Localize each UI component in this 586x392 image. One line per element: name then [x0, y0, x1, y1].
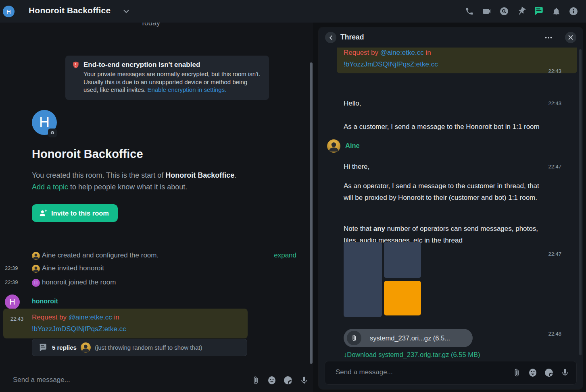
sender-name[interactable]: honoroit — [32, 298, 58, 305]
app-root: H Honoroit Backoffice — [0, 0, 586, 392]
encryption-notice-title: End-to-end encryption isn't enabled — [83, 61, 200, 69]
shield-warning-icon — [72, 61, 80, 69]
thread-panel: Thread Request by @aine:etke.cc in !bYoz… — [319, 27, 583, 389]
threads-icon[interactable] — [534, 6, 544, 17]
message-composer — [0, 369, 313, 392]
bold-any: any — [373, 225, 385, 232]
sticker-icon[interactable] — [544, 367, 554, 377]
chat-bubble-icon — [38, 342, 48, 353]
message-text: As a customer, I send a message to the H… — [344, 121, 545, 133]
person-add-icon — [39, 209, 47, 217]
download-link[interactable]: ↓Download systemd_237.orig.tar.gz (6.55 … — [344, 351, 480, 359]
main-scrollbar[interactable] — [310, 62, 313, 364]
thread-header: Thread — [319, 27, 583, 48]
thread-preview-text: (just throwing random stuff to show that… — [95, 344, 202, 351]
attachment-icon[interactable] — [511, 367, 521, 377]
page-title: Honoroit Backoffice — [32, 147, 143, 161]
paperclip-icon — [347, 331, 361, 345]
event-timestamp: 22:39 — [5, 279, 18, 285]
main-timeline: Today End-to-end encryption isn't enable… — [0, 23, 313, 392]
file-name: systemd_237.ori...gz (6.5... — [370, 334, 450, 342]
message-timestamp: 22:47 — [548, 251, 561, 257]
bell-icon[interactable] — [551, 6, 561, 17]
thread-timeline: Request by @aine:etke.cc in !bYozzJmDSQI… — [319, 48, 583, 361]
room-avatar-letter: H — [6, 8, 11, 15]
close-icon[interactable] — [565, 32, 576, 43]
back-button[interactable] — [325, 32, 336, 43]
sticker-icon[interactable] — [283, 375, 293, 385]
highlighted-message[interactable]: 22:43 Request by @aine:etke.cc in !bYozz… — [3, 309, 248, 338]
room-id-link[interactable]: !bYozzJmDSQINjfPqsZ:etke.cc — [344, 60, 438, 68]
event-timestamp: 22:39 — [5, 265, 18, 271]
message-timestamp: 22:47 — [548, 164, 561, 170]
room-title[interactable]: Honoroit Backoffice — [29, 6, 111, 15]
message-input[interactable] — [12, 375, 240, 384]
message-text: Hi there, — [344, 161, 545, 172]
attachment-icon[interactable] — [250, 375, 261, 385]
expand-link[interactable]: expand — [274, 251, 296, 259]
camera-icon[interactable] — [48, 129, 57, 137]
image-block-left — [344, 242, 382, 317]
sender-name[interactable]: Aine — [345, 142, 360, 149]
thread-summary-card[interactable]: 5 replies (just throwing random stuff to… — [32, 339, 247, 356]
avatar[interactable] — [327, 139, 340, 153]
encryption-notice: End-to-end encryption isn't enabled Your… — [65, 56, 269, 100]
event-text: Aine invited honoroit — [42, 264, 104, 272]
info-icon[interactable] — [568, 6, 579, 17]
more-options-icon[interactable] — [543, 32, 554, 43]
message-timestamp: 22:43 — [5, 313, 29, 325]
emoji-icon[interactable] — [528, 367, 538, 377]
thread-message-input[interactable] — [335, 368, 498, 377]
emoji-icon[interactable] — [267, 375, 277, 385]
message-timestamp: 22:43 — [548, 100, 561, 106]
invite-button[interactable]: Invite to this room — [32, 204, 118, 222]
enable-encryption-link[interactable]: Enable encryption in settings. — [147, 86, 226, 93]
avatar[interactable]: H — [5, 295, 20, 309]
search-icon[interactable] — [499, 6, 509, 17]
event-row-created: Aine created and configured the room. ex… — [0, 251, 313, 262]
event-text: Aine created and configured the room. — [42, 251, 158, 259]
microphone-icon[interactable] — [560, 367, 570, 377]
event-text: honoroit joined the room — [42, 278, 116, 286]
room-name-bold: Honoroit Backoffice — [165, 171, 234, 179]
event-row-invited: 22:39 Aine invited honoroit — [0, 263, 313, 275]
thread-title: Thread — [340, 33, 364, 41]
avatar — [81, 342, 91, 353]
image-block-top-right — [384, 242, 421, 278]
message-text: As an operator, I send a message to the … — [344, 180, 545, 203]
message-text: Hello, — [344, 97, 545, 109]
top-bar: H Honoroit Backoffice — [0, 0, 586, 23]
room-id-link[interactable]: !bYozzJmDSQINjfPqsZ:etke.cc — [32, 325, 126, 333]
avatar: H — [32, 279, 40, 287]
thread-composer — [325, 361, 576, 384]
top-bar-actions — [464, 0, 579, 23]
phone-icon[interactable] — [464, 6, 475, 17]
reply-count: 5 replies — [52, 344, 77, 351]
video-call-icon[interactable] — [482, 6, 492, 17]
message-timestamp: 22:43 — [548, 68, 561, 74]
message-timestamp: 22:48 — [548, 331, 561, 337]
event-row-joined: 22:39 H honoroit joined the room — [0, 278, 313, 289]
file-attachment[interactable]: systemd_237.ori...gz (6.5... — [344, 329, 473, 347]
avatar — [32, 265, 40, 273]
image-block-orange — [384, 281, 421, 315]
user-mention-link[interactable]: @aine:etke.cc — [69, 313, 112, 321]
microphone-icon[interactable] — [299, 375, 309, 385]
room-avatar-small[interactable]: H — [3, 6, 15, 17]
avatar — [32, 252, 40, 260]
thread-scrollbar[interactable] — [579, 49, 582, 355]
pin-icon[interactable] — [516, 6, 527, 17]
add-topic-link[interactable]: Add a topic — [32, 183, 68, 191]
highlighted-message[interactable]: Request by @aine:etke.cc in !bYozzJmDSQI… — [337, 48, 577, 73]
user-mention-link[interactable]: @aine:etke.cc — [380, 49, 424, 56]
chevron-down-icon[interactable] — [123, 10, 129, 13]
room-description: You created this room. This is the start… — [32, 170, 278, 193]
